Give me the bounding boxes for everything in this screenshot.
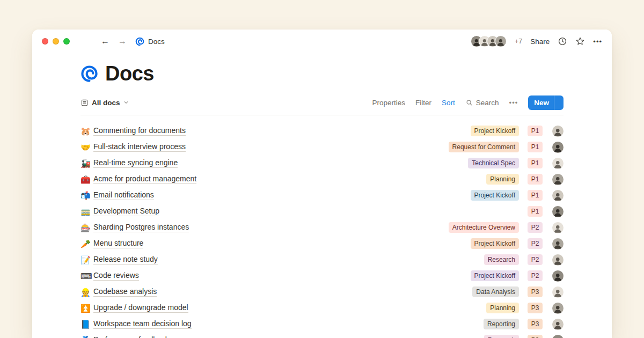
minimize-button[interactable]: [53, 38, 59, 45]
doc-tag-chip[interactable]: Technical Spec: [468, 158, 519, 168]
priority-chip[interactable]: P2: [528, 270, 543, 281]
doc-row[interactable]: 🤝 Full-stack interview process Request f…: [80, 139, 564, 155]
more-options-icon[interactable]: •••: [593, 38, 602, 46]
collaborator-avatar: [495, 35, 507, 47]
priority-chip[interactable]: P2: [528, 238, 543, 249]
assignee-avatar[interactable]: [552, 142, 564, 153]
doc-row[interactable]: 👷 Codebase analysis Data Analysis P3: [80, 284, 564, 300]
doc-tag-chip[interactable]: Reporting: [484, 319, 519, 329]
doc-title-link[interactable]: Performance feedback: [93, 335, 169, 338]
toolbar-more-icon[interactable]: •••: [509, 99, 518, 107]
priority-chip[interactable]: P3: [528, 286, 543, 297]
forward-icon[interactable]: →: [118, 37, 127, 46]
priority-chip[interactable]: P2: [528, 222, 543, 233]
doc-title-link[interactable]: Codebase analysis: [93, 287, 157, 297]
assignee-avatar[interactable]: [552, 174, 564, 185]
favorite-star-icon[interactable]: [575, 36, 585, 46]
doc-tag-chip[interactable]: Request for Comment: [449, 142, 519, 152]
priority-cell: P1: [525, 174, 545, 185]
doc-title-link[interactable]: Development Setup: [93, 207, 159, 217]
doc-title-link[interactable]: Full-stack interview process: [93, 142, 186, 152]
doc-tag-chip[interactable]: Research: [484, 335, 519, 338]
doc-row[interactable]: ⌨ Code reviews Project Kickoff P2: [80, 268, 564, 284]
sidebar-toggle-icon[interactable]: [80, 38, 90, 45]
assignee-avatar[interactable]: [552, 126, 564, 137]
assignee-avatar[interactable]: [552, 222, 564, 233]
priority-chip[interactable]: P1: [528, 142, 543, 152]
collaborator-overflow-count[interactable]: +7: [515, 38, 522, 45]
priority-chip[interactable]: P1: [528, 126, 543, 136]
doc-row[interactable]: 📝 Release note study Research P2: [80, 252, 564, 268]
doc-tag-chip[interactable]: Project Kickoff: [471, 270, 519, 281]
filter-button[interactable]: Filter: [415, 99, 431, 107]
zoom-button[interactable]: [63, 38, 70, 45]
app-logo-icon: [135, 37, 144, 46]
doc-row[interactable]: 🐹 Commenting for documents Project Kicko…: [80, 123, 564, 139]
doc-title-link[interactable]: Release note study: [93, 255, 158, 265]
priority-chip[interactable]: P1: [528, 158, 543, 168]
new-doc-dropdown-chevron-icon[interactable]: [554, 95, 564, 110]
assignee-avatar[interactable]: [552, 238, 564, 249]
doc-tag-chip[interactable]: Research: [484, 254, 519, 265]
share-button[interactable]: Share: [530, 38, 550, 46]
priority-chip[interactable]: P1: [528, 190, 543, 201]
assignee-avatar[interactable]: [552, 319, 564, 330]
doc-tag-chip[interactable]: Planning: [486, 303, 519, 313]
priority-chip[interactable]: P1: [528, 206, 543, 217]
priority-cell: P1: [525, 126, 545, 136]
doc-row[interactable]: 🚂 Real-time syncing engine Technical Spe…: [80, 155, 564, 171]
doc-emoji-icon: 🐹: [80, 127, 93, 135]
doc-tag-chip[interactable]: Data Analysis: [472, 286, 519, 297]
doc-tag-chip[interactable]: Project Kickoff: [471, 238, 519, 249]
doc-title-link[interactable]: Real-time syncing engine: [93, 158, 178, 168]
doc-row[interactable]: ⏫ Upgrade / downgrade model Planning P3: [80, 300, 564, 316]
doc-title-link[interactable]: Menu structure: [93, 239, 143, 249]
doc-title-link[interactable]: Code reviews: [93, 271, 139, 281]
doc-title-link[interactable]: Email notifications: [93, 190, 154, 201]
assignee-avatar[interactable]: [552, 286, 564, 298]
doc-row[interactable]: 📬 Email notifications Project Kickoff P1: [80, 187, 564, 203]
doc-tag-chip[interactable]: Architecture Overview: [449, 222, 519, 233]
back-icon[interactable]: ←: [101, 37, 109, 46]
doc-title-link[interactable]: Sharding Postgres instances: [93, 223, 189, 233]
search-button[interactable]: Search: [465, 99, 499, 107]
doc-tag-chip[interactable]: Project Kickoff: [471, 126, 519, 136]
assignee-avatar[interactable]: [552, 335, 564, 338]
priority-chip[interactable]: P2: [528, 254, 543, 265]
priority-chip[interactable]: P1: [528, 174, 543, 185]
collaborator-avatar-stack[interactable]: [471, 35, 507, 47]
doc-emoji-icon: 📬: [80, 192, 93, 200]
doc-title-link[interactable]: Commenting for documents: [93, 126, 186, 136]
doc-title-link[interactable]: Workspace team decision log: [93, 319, 192, 329]
search-icon: [465, 99, 473, 107]
priority-chip[interactable]: P3: [528, 319, 543, 329]
doc-row[interactable]: 🏅 Performance feedback Research P3: [80, 332, 564, 338]
assignee-avatar[interactable]: [552, 254, 564, 266]
close-button[interactable]: [42, 38, 48, 45]
doc-row[interactable]: 🎰 Sharding Postgres instances Architectu…: [80, 219, 564, 236]
toolbar-actions: Properties Filter Sort Search ••• New: [372, 95, 564, 110]
assignee-avatar[interactable]: [552, 270, 564, 282]
history-clock-icon[interactable]: [558, 36, 567, 46]
priority-chip[interactable]: P3: [528, 335, 543, 338]
assignee-avatar[interactable]: [552, 206, 564, 217]
sort-button[interactable]: Sort: [442, 99, 455, 107]
doc-emoji-icon: 🧰: [80, 175, 93, 183]
view-selector-dropdown[interactable]: All docs: [80, 99, 129, 107]
doc-title-link[interactable]: Upgrade / downgrade model: [93, 303, 188, 313]
doc-row[interactable]: 🥕 Menu structure Project Kickoff P2: [80, 236, 564, 252]
priority-chip[interactable]: P3: [528, 303, 543, 313]
docs-spiral-logo-icon: [80, 65, 98, 83]
doc-row[interactable]: 🚃 Development Setup P1: [80, 203, 564, 219]
doc-row[interactable]: 📘 Workspace team decision log Reporting …: [80, 316, 564, 332]
doc-emoji-icon: 🤝: [80, 143, 93, 151]
doc-tag-chip[interactable]: Project Kickoff: [471, 190, 519, 201]
properties-button[interactable]: Properties: [372, 99, 406, 107]
doc-row[interactable]: 🧰 Acme for product management Planning P…: [80, 171, 564, 187]
assignee-avatar[interactable]: [552, 303, 564, 314]
assignee-avatar[interactable]: [552, 190, 564, 201]
assignee-avatar[interactable]: [552, 158, 564, 169]
doc-tag-chip[interactable]: Planning: [486, 174, 519, 185]
new-doc-button[interactable]: New: [528, 95, 564, 110]
doc-title-link[interactable]: Acme for product management: [93, 174, 196, 185]
